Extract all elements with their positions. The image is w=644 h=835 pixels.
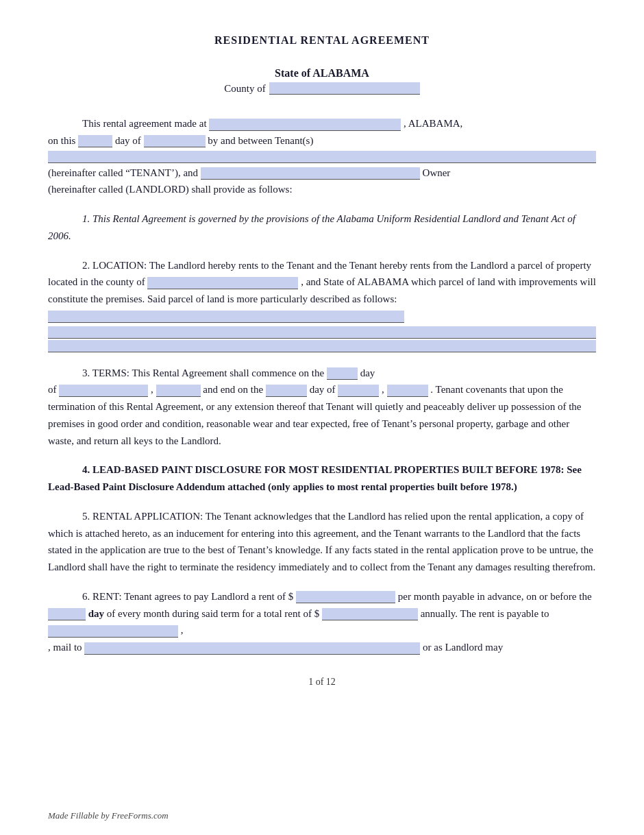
intro-line4: (hereinafter called (LANDLORD) shall pro…	[48, 184, 293, 195]
county-field[interactable]	[269, 82, 420, 95]
section-1: 1. This Rental Agreement is governed by …	[48, 210, 596, 245]
page-number: 1 of 12	[308, 677, 336, 687]
intro-line2-mid1: day of	[115, 135, 141, 146]
day-field[interactable]	[78, 135, 112, 147]
state-label: State of ALABAMA	[48, 67, 596, 80]
county-line: County of	[48, 82, 596, 95]
intro-line3-end: Owner	[423, 167, 451, 178]
intro-line3-prefix: (hereinafter called “TENANT’), and	[48, 167, 198, 178]
rent-amount-field[interactable]	[296, 591, 395, 603]
start-year-field[interactable]	[156, 385, 201, 397]
description-field-2[interactable]	[48, 326, 596, 339]
end-day-field[interactable]	[266, 385, 307, 397]
s6-prefix: 6. RENT: Tenant agrees to pay Landlord a…	[82, 591, 293, 602]
made-by-label: Made Fillable by FreeForms.com	[48, 810, 169, 821]
intro-line2-mid2: by and between Tenant(s)	[208, 135, 313, 146]
section-3: 3. TERMS: This Rental Agreement shall co…	[48, 365, 596, 450]
s6-end: or as Landlord may	[423, 642, 503, 653]
mail-to-field[interactable]	[84, 642, 420, 655]
month-field[interactable]	[144, 135, 206, 147]
s1-text: 1. This Rental Agreement is governed by …	[48, 213, 575, 241]
section-6: 6. RENT: Tenant agrees to pay Landlord a…	[48, 588, 596, 656]
description-field-3[interactable]	[48, 340, 596, 352]
description-field-1[interactable]	[48, 311, 404, 323]
total-rent-field[interactable]	[322, 608, 418, 620]
intro-line1-suffix: , ALABAMA,	[404, 118, 462, 129]
county-location-field[interactable]	[147, 277, 298, 289]
end-year-field[interactable]	[387, 385, 428, 397]
intro-line2-prefix: on this	[48, 135, 75, 146]
section-5: 5. RENTAL APPLICATION: The Tenant acknow…	[48, 508, 596, 576]
s6-mid3: annually. The rent is payable to	[421, 608, 549, 619]
s3-day2: day of	[310, 384, 336, 395]
s6-mid4: , mail to	[48, 642, 82, 653]
s6-mid1: per month payable in advance, on or befo…	[398, 591, 592, 602]
due-day-field[interactable]	[48, 608, 86, 620]
tenant-name-field[interactable]	[48, 151, 596, 163]
s5-text: 5. RENTAL APPLICATION: The Tenant acknow…	[48, 511, 595, 572]
s3-day1: day	[360, 367, 375, 378]
made-at-field[interactable]	[209, 119, 401, 131]
start-month-field[interactable]	[59, 385, 148, 397]
payable-to-field[interactable]	[48, 625, 178, 638]
s3-and-end: and end on the	[203, 384, 263, 395]
start-day-field[interactable]	[327, 367, 358, 380]
state-section: State of ALABAMA County of	[48, 67, 596, 95]
intro-line1-prefix: This rental agreement made at	[82, 118, 207, 129]
s3-of1: of	[48, 384, 57, 395]
s6-mid2-text: of every month during said term for a to…	[107, 608, 319, 619]
county-prefix: County of	[224, 83, 265, 95]
document-title: RESIDENTIAL RENTAL AGREEMENT	[48, 34, 596, 47]
s6-day: day	[88, 608, 104, 619]
section-4: 4. LEAD-BASED PAINT DISCLOSURE FOR MOST …	[48, 461, 596, 496]
intro-paragraph: This rental agreement made at , ALABAMA,…	[48, 115, 596, 198]
owner-name-field[interactable]	[201, 167, 420, 180]
end-month-field[interactable]	[338, 385, 379, 397]
section-2: 2. LOCATION: The Landlord hereby rents t…	[48, 257, 596, 352]
s3-prefix: 3. TERMS: This Rental Agreement shall co…	[82, 367, 324, 378]
s4-text: 4. LEAD-BASED PAINT DISCLOSURE FOR MOST …	[48, 464, 582, 492]
page: RESIDENTIAL RENTAL AGREEMENT State of AL…	[0, 0, 644, 835]
page-footer: 1 of 12	[48, 677, 596, 688]
